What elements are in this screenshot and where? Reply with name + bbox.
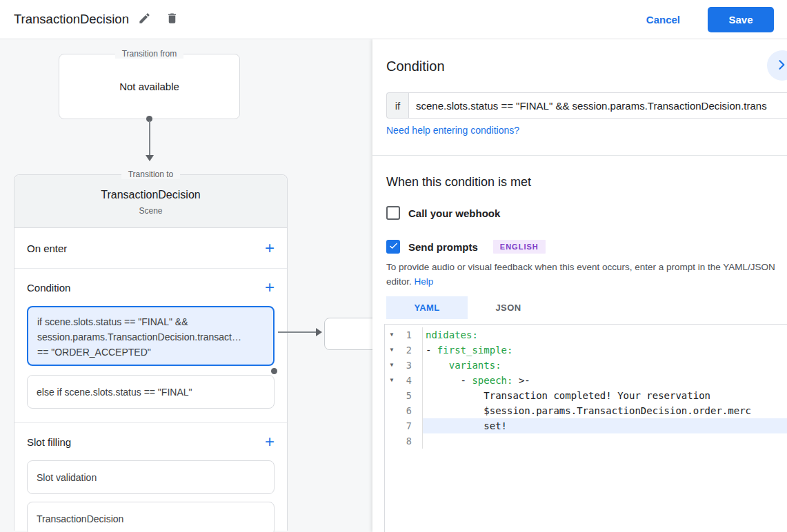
line-number: 2 bbox=[399, 342, 417, 358]
code-key: speech: bbox=[472, 375, 512, 386]
scene-type-label: Scene bbox=[14, 206, 287, 216]
send-prompts-checkbox[interactable] bbox=[386, 240, 400, 254]
code-line[interactable]: 5 Transaction completed! Your reservatio… bbox=[385, 388, 787, 403]
add-on-enter-button[interactable]: + bbox=[265, 240, 275, 256]
gutter: 6 bbox=[385, 403, 423, 418]
call-webhook-label: Call your webhook bbox=[408, 207, 500, 219]
code-plain bbox=[426, 360, 449, 371]
slot-filling-section: Slot filling + Slot validation Transacti… bbox=[14, 423, 287, 532]
line-number: 8 bbox=[399, 433, 417, 449]
condition-card[interactable]: else if scene.slots.status == "FINAL" bbox=[27, 375, 275, 409]
line-number: 4 bbox=[399, 373, 417, 388]
code-text: variants: bbox=[423, 358, 787, 373]
editor-format-tabs: YAML JSON bbox=[386, 296, 549, 319]
slot-transaction-card[interactable]: TransactionDecision bbox=[27, 502, 275, 532]
transition-from-value: Not available bbox=[59, 81, 239, 92]
transition-target-box[interactable] bbox=[324, 318, 372, 350]
when-condition-met-title: When this condition is met bbox=[386, 175, 531, 190]
code-text: $session.params.TransactionDecision.orde… bbox=[423, 403, 787, 418]
condition-expression-input[interactable] bbox=[408, 92, 787, 119]
tab-yaml[interactable]: YAML bbox=[386, 296, 468, 319]
arrow-right-icon bbox=[316, 328, 322, 336]
add-condition-button[interactable]: + bbox=[265, 279, 275, 296]
fold-arrow-icon[interactable]: ▼ bbox=[385, 327, 399, 342]
code-line-active[interactable]: 7 set! bbox=[385, 418, 787, 433]
pencil-icon bbox=[138, 12, 151, 27]
line-number: 1 bbox=[399, 327, 417, 342]
prompt-help-link[interactable]: Help bbox=[415, 276, 434, 287]
transition-from-legend: Transition from bbox=[59, 49, 239, 59]
fold-arrow-icon[interactable]: ▼ bbox=[385, 342, 399, 358]
yaml-code-editor[interactable]: ▼ 1 ndidates: ▼ 2 - first_simple: ▼ 3 va… bbox=[384, 324, 787, 532]
slot-filling-section-header: Slot filling + bbox=[14, 423, 287, 460]
condition-expression-row: if bbox=[386, 92, 787, 119]
code-key: first_simple: bbox=[437, 345, 513, 356]
code-plain: - bbox=[426, 345, 437, 356]
panel-divider bbox=[372, 155, 787, 156]
code-plain: $session.params.TransactionDecision.orde… bbox=[426, 405, 751, 416]
line-number: 7 bbox=[399, 418, 417, 433]
code-line[interactable]: 6 $session.params.TransactionDecision.or… bbox=[385, 403, 787, 418]
transition-from-box: Transition from Not available bbox=[59, 54, 240, 119]
condition-section-header: Condition + bbox=[14, 269, 287, 306]
gutter: 5 bbox=[385, 388, 423, 403]
line-number: 5 bbox=[399, 388, 417, 403]
edit-scene-button[interactable] bbox=[133, 8, 157, 31]
code-line[interactable]: ▼ 2 - first_simple: bbox=[385, 342, 787, 358]
flow-canvas: Transition from Not available Transition… bbox=[0, 39, 372, 532]
gutter: ▼ 3 bbox=[385, 358, 423, 373]
gutter: 7 bbox=[385, 418, 423, 433]
code-text: set! bbox=[423, 418, 787, 433]
code-text bbox=[423, 433, 787, 449]
code-plain: Transaction completed! Your reservation bbox=[426, 390, 710, 401]
delete-scene-button[interactable] bbox=[161, 8, 184, 31]
call-webhook-checkbox[interactable] bbox=[386, 206, 400, 220]
trash-icon bbox=[166, 12, 179, 27]
condition-card-selected[interactable]: if scene.slots.status == "FINAL" && sess… bbox=[27, 306, 275, 366]
add-slot-button[interactable]: + bbox=[265, 433, 275, 450]
line-number: 3 bbox=[399, 358, 417, 373]
gutter: ▼ 2 bbox=[385, 342, 423, 358]
slot-filling-label: Slot filling bbox=[27, 436, 71, 448]
top-bar: TransactionDecision Cancel Save bbox=[0, 0, 787, 39]
condition-label: Condition bbox=[27, 282, 70, 294]
code-plain: - bbox=[426, 375, 472, 386]
gutter: ▼ 1 bbox=[385, 327, 423, 342]
prompt-info-text: To provide audio or visual feedback when… bbox=[386, 260, 785, 289]
gutter: ▼ 4 bbox=[385, 373, 423, 388]
condition-detail-panel: Condition if Need help entering conditio… bbox=[372, 39, 787, 532]
line-number: 6 bbox=[399, 403, 417, 418]
gutter: 8 bbox=[385, 433, 423, 449]
code-key: variants: bbox=[449, 360, 501, 371]
code-plain: set! bbox=[426, 420, 507, 431]
connector-line-horizontal bbox=[278, 331, 316, 333]
tab-json[interactable]: JSON bbox=[468, 296, 549, 319]
code-text: Transaction completed! Your reservation bbox=[423, 388, 787, 403]
save-button[interactable]: Save bbox=[708, 7, 774, 32]
send-prompts-label: Send prompts bbox=[408, 241, 478, 253]
on-enter-section: On enter + bbox=[14, 228, 287, 269]
scene-name: TransactionDecision bbox=[14, 189, 287, 201]
language-badge: ENGLISH bbox=[493, 240, 546, 254]
conditions-help-link[interactable]: Need help entering conditions? bbox=[386, 125, 519, 136]
code-line[interactable]: ▼ 3 variants: bbox=[385, 358, 787, 373]
prompt-info-body: To provide audio or visual feedback when… bbox=[386, 262, 775, 287]
webhook-row: Call your webhook bbox=[386, 206, 500, 220]
panel-title: Condition bbox=[386, 59, 445, 74]
on-enter-label: On enter bbox=[27, 243, 67, 254]
collapse-panel-button[interactable] bbox=[767, 50, 787, 81]
code-line[interactable]: ▼ 4 - speech: >- bbox=[385, 373, 787, 388]
code-text: ndidates: bbox=[423, 327, 787, 342]
scene-card-header[interactable]: TransactionDecision Scene bbox=[14, 175, 287, 228]
fold-arrow-icon[interactable]: ▼ bbox=[385, 373, 399, 388]
send-prompts-row: Send prompts ENGLISH bbox=[386, 240, 546, 254]
arrow-down-icon bbox=[146, 155, 154, 161]
chevron-right-icon bbox=[775, 58, 787, 74]
cancel-button[interactable]: Cancel bbox=[634, 7, 693, 32]
code-line[interactable]: 8 bbox=[385, 433, 787, 449]
fold-arrow-icon[interactable]: ▼ bbox=[385, 358, 399, 373]
slot-validation-card[interactable]: Slot validation bbox=[27, 460, 275, 494]
code-line[interactable]: ▼ 1 ndidates: bbox=[385, 327, 787, 342]
code-key: ndidates: bbox=[426, 329, 478, 340]
page-title: TransactionDecision bbox=[14, 12, 129, 27]
